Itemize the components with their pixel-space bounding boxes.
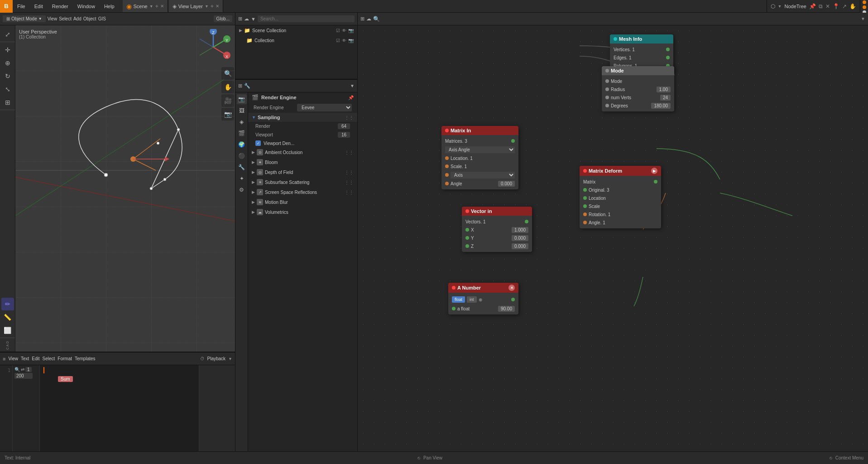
props-icon-btn[interactable]: 🔧 <box>244 83 250 89</box>
subsurface-header[interactable]: ▶ ☀ Subsurface Scattering ⋮⋮ <box>248 177 357 187</box>
matrix-deform-node[interactable]: Matrix Deform ▶ Matrix Original. 3 Locat… <box>580 166 661 228</box>
viewlayer-tab-menu[interactable]: ▼ <box>205 4 209 9</box>
axis-angle-select[interactable]: Axis Angle <box>445 146 515 153</box>
props-expand-icon[interactable]: ▼ <box>350 83 355 88</box>
volumetrics-header[interactable]: ▶ ☁ Volumetrics <box>248 207 357 217</box>
node-arrow-icon[interactable]: ↗ <box>842 3 847 10</box>
number-type-icon[interactable]: ⊕ <box>479 297 482 302</box>
vp-object-btn[interactable]: Object <box>83 16 96 21</box>
matrix-in-node[interactable]: Matrix In Matrices. 3 Axis Angle Loca <box>441 126 518 189</box>
app-logo[interactable]: B <box>0 0 13 13</box>
node-pin2-icon[interactable]: 📍 <box>833 3 839 10</box>
vp-select-btn[interactable]: Select <box>59 16 72 21</box>
depth-of-field-header[interactable]: ▶ ◎ Depth of Field ⋮⋮ <box>248 167 357 177</box>
collection-item[interactable]: 📁 Collection ☑ 👁 📷 <box>235 35 357 45</box>
viewlayer-tab-close[interactable]: ✕ <box>216 4 219 9</box>
sss-options-icon[interactable]: ⋮⋮ <box>345 180 354 185</box>
ambient-occlusion-header[interactable]: ▶ ⊙ Ambient Occlusion ⋮⋮ <box>248 147 357 157</box>
rotate-tool[interactable]: ↻ <box>1 70 14 82</box>
node-pin-icon[interactable]: 📌 <box>809 3 816 10</box>
ne-filter-btn[interactable]: ▼ <box>861 16 865 21</box>
cube-tool[interactable]: ⬜ <box>1 324 14 337</box>
sampling-options-icon[interactable]: ⋮⋮ <box>345 115 354 120</box>
screw-node[interactable]: Mode Mode Radius 1.00 num Verts <box>602 66 674 111</box>
sc-checkbox-icon[interactable]: ☑ <box>336 28 340 33</box>
outliner-type-icon[interactable]: ☁ <box>244 16 249 22</box>
bloom-header[interactable]: ▶ ✦ Bloom <box>248 157 357 167</box>
scene-tab-close[interactable]: ✕ <box>160 4 164 9</box>
vp-add-btn[interactable]: Add <box>73 16 82 21</box>
axis-select[interactable]: Axis <box>451 172 515 179</box>
text-content-area[interactable]: Sum <box>40 365 199 451</box>
vp-gis-btn[interactable]: GIS <box>98 16 106 21</box>
te-search-icon[interactable]: 🔍 <box>14 367 20 372</box>
menu-help[interactable]: Help <box>100 0 119 12</box>
int-btn[interactable]: int <box>467 296 477 303</box>
menu-file[interactable]: File <box>13 0 30 12</box>
float-btn[interactable]: float <box>452 296 465 303</box>
filter-icon[interactable]: ⊞ <box>238 16 242 22</box>
viewport-canvas[interactable]: User Perspective (1) Collection Z <box>15 25 235 352</box>
measure-tool[interactable]: 📏 <box>1 311 14 324</box>
viewport-value[interactable]: 16 <box>338 132 350 138</box>
output-props-icon[interactable]: 🖼 <box>237 106 247 116</box>
scene-pin-icon[interactable]: 📌 <box>348 95 354 100</box>
col-eye-icon[interactable]: 👁 <box>342 38 346 43</box>
annotate-tool[interactable]: ✏ <box>1 298 14 310</box>
motion-blur-header[interactable]: ▶ ≋ Motion Blur <box>248 197 357 207</box>
node-close-icon[interactable]: ✕ <box>825 3 830 10</box>
select-tool[interactable]: ⤢ <box>1 28 14 41</box>
menu-render[interactable]: Render <box>48 0 73 12</box>
modifier-props-icon[interactable]: 🔧 <box>237 162 247 172</box>
ssr-header[interactable]: ▶ ↗ Screen Space Reflections ⋮⋮ <box>248 187 357 197</box>
vp-view-btn[interactable]: View <box>48 16 58 21</box>
view-layer-props-icon[interactable]: ◈ <box>237 117 247 127</box>
node-editor-canvas[interactable]: Mesh Info Vertices. 1 Edges. 1 Polygons.… <box>358 25 868 451</box>
ssr-options-icon[interactable]: ⋮⋮ <box>345 190 354 195</box>
te-play-dropdown[interactable]: ▼ <box>228 357 232 361</box>
scale-tool[interactable]: ⤡ <box>1 83 14 96</box>
te-line-input[interactable] <box>14 373 33 379</box>
render-value[interactable]: 64 <box>338 123 350 129</box>
dof-options-icon[interactable]: ⋮⋮ <box>345 170 354 175</box>
scene-tab-label[interactable]: Scene <box>134 4 148 9</box>
node-grab-icon[interactable]: ✋ <box>849 3 856 10</box>
cursor-tool[interactable]: ✛ <box>1 44 14 56</box>
particle-props-icon[interactable]: ✦ <box>237 174 247 184</box>
viewport-denoise-checkbox[interactable]: ✓ <box>255 140 261 146</box>
scene-collection-item[interactable]: ▶ 📁 Scene Collection ☑ 👁 📷 <box>235 25 357 35</box>
te-edit-menu[interactable]: Edit <box>32 356 39 361</box>
te-select-menu[interactable]: Select <box>43 356 55 361</box>
te-templates-menu[interactable]: Templates <box>75 356 96 361</box>
outliner-search[interactable] <box>258 15 355 22</box>
viewlayer-tab-label[interactable]: View Layer <box>178 4 203 9</box>
render-engine-select[interactable]: Eevee <box>297 104 352 111</box>
outliner-filter-icon[interactable]: ▼ <box>251 16 256 22</box>
sc-camera-icon[interactable]: 📷 <box>348 28 354 33</box>
vector-in-node[interactable]: Vector in Vectors. 1 X 1.000 Y <box>462 207 532 252</box>
node-editor-menu[interactable]: ▼ <box>778 4 782 9</box>
transform-tool[interactable]: ⊞ <box>1 96 14 109</box>
node-copy-icon[interactable]: ⧉ <box>819 3 823 10</box>
physics-props-icon[interactable]: ⚙ <box>237 185 247 195</box>
scene-tab-add[interactable]: + <box>155 3 158 10</box>
matrix-deform-extra-btn[interactable]: ▶ <box>651 168 657 174</box>
te-jump-icon[interactable]: ⇄ <box>21 367 24 372</box>
ne-menu-icon[interactable]: ⊞ <box>360 16 364 22</box>
render-props-icon[interactable]: 📷 <box>237 94 247 104</box>
ne-type-icon[interactable]: ☁ <box>366 16 371 22</box>
te-text-menu[interactable]: Text <box>21 356 29 361</box>
ao-options-icon[interactable]: ⋮⋮ <box>345 150 354 155</box>
object-props-icon[interactable]: ⚫ <box>237 151 247 161</box>
sc-eye-icon[interactable]: 👁 <box>342 28 346 33</box>
scene-props-icon[interactable]: 🎬 <box>237 128 247 138</box>
scene-tab-menu[interactable]: ▼ <box>149 4 153 9</box>
vp-global-btn[interactable]: Glob... <box>214 15 232 22</box>
ne-search-icon[interactable]: 🔍 <box>373 16 380 22</box>
move-tool[interactable]: ⊕ <box>1 57 14 69</box>
viewlayer-tab-add[interactable]: + <box>211 3 214 10</box>
te-view-menu[interactable]: View <box>8 356 18 361</box>
menu-edit[interactable]: Edit <box>30 0 48 12</box>
a-number-node[interactable]: A Number ✕ float int ⊕ a float 90.00 <box>448 283 518 314</box>
props-filter-icon[interactable]: ⊞ <box>238 83 242 89</box>
